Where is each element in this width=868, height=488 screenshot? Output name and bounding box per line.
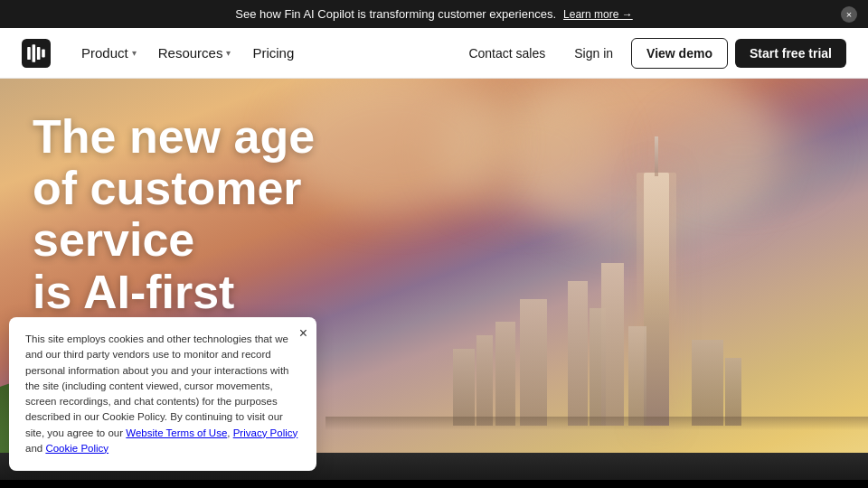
- close-announcement-button[interactable]: ×: [841, 6, 857, 23]
- logo[interactable]: [22, 39, 51, 68]
- svg-rect-0: [22, 39, 51, 68]
- hero-section: The new age of customer service is AI-fi…: [0, 79, 868, 480]
- svg-rect-4: [42, 49, 45, 57]
- main-tower: [644, 173, 669, 426]
- nav-right: Contact sales Sign in View demo Start fr…: [458, 38, 846, 69]
- hero-title: The new age of customer service is AI-fi…: [33, 111, 438, 318]
- product-chevron-icon: ▾: [132, 48, 137, 58]
- building-1: [568, 281, 588, 426]
- nav-start-trial-button[interactable]: Start free trial: [735, 39, 846, 68]
- announcement-text: See how Fin AI Copilot is transforming c…: [235, 7, 556, 21]
- svg-rect-2: [33, 44, 36, 62]
- sign-in-link[interactable]: Sign in: [563, 39, 624, 68]
- building-3: [601, 263, 624, 426]
- cookie-privacy-link[interactable]: Privacy Policy: [233, 427, 298, 438]
- nav-pricing[interactable]: Pricing: [243, 38, 303, 68]
- contact-sales-link[interactable]: Contact sales: [458, 39, 556, 68]
- svg-rect-1: [27, 46, 31, 59]
- nav-view-demo-button[interactable]: View demo: [631, 38, 728, 69]
- cookie-text: This site employs cookies and other tech…: [25, 332, 300, 456]
- cookie-policy-link[interactable]: Cookie Policy: [45, 443, 108, 454]
- building-5: [520, 299, 547, 426]
- cookie-banner: × This site employs cookies and other te…: [9, 317, 316, 471]
- nav-links: Product ▾ Resources ▾ Pricing: [72, 38, 458, 68]
- nav-product[interactable]: Product ▾: [72, 38, 146, 68]
- announcement-bar: See how Fin AI Copilot is transforming c…: [0, 0, 868, 28]
- resources-chevron-icon: ▾: [226, 48, 231, 58]
- navbar: Product ▾ Resources ▾ Pricing Contact sa…: [0, 28, 868, 79]
- cookie-close-button[interactable]: ×: [299, 326, 307, 341]
- announcement-link[interactable]: Learn more →: [563, 8, 633, 21]
- nav-resources[interactable]: Resources ▾: [149, 38, 241, 68]
- svg-rect-3: [37, 46, 41, 59]
- cookie-terms-link[interactable]: Website Terms of Use: [126, 427, 227, 438]
